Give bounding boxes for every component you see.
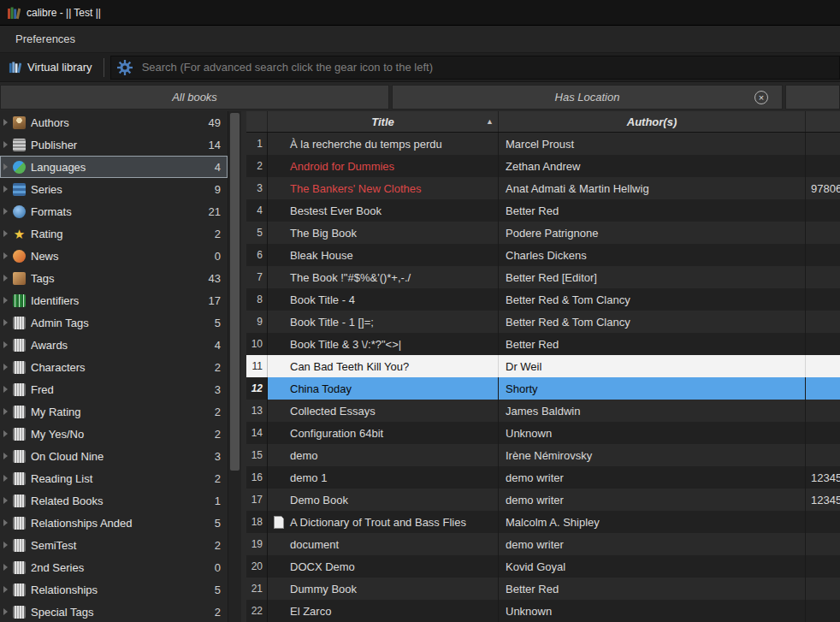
extra-cell[interactable] — [806, 311, 840, 333]
chevron-right-icon[interactable] — [3, 252, 8, 259]
close-icon[interactable]: × — [754, 91, 768, 104]
extra-cell[interactable] — [806, 511, 840, 533]
chevron-right-icon[interactable] — [3, 408, 8, 415]
table-row[interactable]: 3 The Bankers' New Clothes Anat Admati &… — [246, 177, 840, 199]
chevron-right-icon[interactable] — [3, 319, 8, 326]
sidebar-item-rating[interactable]: Rating 2 — [0, 222, 228, 245]
search-input[interactable] — [140, 60, 839, 74]
extra-cell[interactable] — [806, 266, 840, 288]
title-cell[interactable]: À la recherche du temps perdu — [268, 133, 499, 155]
chevron-right-icon[interactable] — [3, 386, 8, 393]
sidebar-item-reading-list[interactable]: Reading List 2 — [0, 467, 228, 489]
sidebar-item-news[interactable]: News 0 — [0, 245, 228, 267]
chevron-right-icon[interactable] — [3, 208, 8, 215]
extra-cell[interactable]: 12345 — [806, 489, 840, 511]
title-cell[interactable]: Book Title - 4 — [268, 288, 499, 311]
chevron-right-icon[interactable] — [3, 364, 8, 370]
extra-cell[interactable] — [806, 578, 840, 600]
authors-cell[interactable]: Malcolm A. Shipley — [499, 511, 806, 533]
extra-cell[interactable] — [806, 288, 840, 311]
title-cell[interactable]: Book Title & 3 \/:*?"<>| — [268, 333, 499, 355]
chevron-right-icon[interactable] — [3, 453, 8, 459]
title-cell[interactable]: The Book !"#$%&'()*+,-./ — [268, 266, 499, 288]
authors-cell[interactable]: Zethan Andrew — [499, 155, 806, 177]
title-cell[interactable]: Bleak House — [268, 244, 499, 266]
authors-cell[interactable]: Better Red — [499, 333, 806, 355]
extra-cell[interactable] — [806, 333, 840, 355]
sidebar-item-authors[interactable]: Authors 49 — [0, 111, 228, 133]
title-cell[interactable]: A Dictionary of Trout and Bass Flies — [268, 511, 499, 533]
authors-cell[interactable]: Kovid Goyal — [499, 555, 806, 578]
table-row[interactable]: 10 Book Title & 3 \/:*?"<>| Better Red — [246, 333, 840, 355]
table-row[interactable]: 9 Book Title - 1 []=; Better Red & Tom C… — [246, 311, 840, 333]
title-cell[interactable]: The Big Book — [268, 222, 499, 244]
table-row[interactable]: 4 Bestest Ever Book Better Red — [246, 199, 840, 222]
title-cell[interactable]: DOCX Demo — [268, 555, 499, 578]
title-cell[interactable]: demo 1 — [268, 466, 499, 489]
authors-cell[interactable]: Better Red — [499, 578, 806, 600]
table-row[interactable]: 7 The Book !"#$%&'()*+,-./ Better Red [E… — [246, 266, 840, 288]
extra-cell[interactable] — [806, 555, 840, 578]
title-cell[interactable]: Book Title - 1 []=; — [268, 311, 499, 333]
sidebar-item-publisher[interactable]: Publisher 14 — [0, 133, 228, 156]
authors-cell[interactable]: James Baldwin — [499, 400, 806, 422]
table-row[interactable]: 18 A Dictionary of Trout and Bass Flies … — [246, 511, 840, 533]
title-cell[interactable]: Configuration 64bit — [268, 422, 499, 444]
table-row[interactable]: 5 The Big Book Podere Patrignone — [246, 222, 840, 244]
extra-cell[interactable] — [806, 355, 840, 377]
table-row[interactable]: 14 Configuration 64bit Unknown — [246, 422, 840, 444]
sidebar-item-languages[interactable]: Languages 4 — [0, 156, 228, 178]
chevron-right-icon[interactable] — [3, 475, 8, 482]
table-row[interactable]: 22 El Zarco Unknown — [246, 600, 840, 622]
tab-has-location[interactable]: Has Location × — [392, 85, 783, 110]
authors-cell[interactable]: Unknown — [499, 600, 806, 622]
authors-cell[interactable]: Shorty — [499, 377, 806, 400]
sidebar-item-tags[interactable]: Tags 43 — [0, 267, 228, 289]
chevron-right-icon[interactable] — [3, 608, 8, 615]
chevron-right-icon[interactable] — [3, 542, 8, 548]
chevron-right-icon[interactable] — [3, 275, 8, 281]
table-row[interactable]: 12 China Today Shorty — [246, 377, 840, 400]
sidebar-item-series[interactable]: Series 9 — [0, 178, 228, 200]
extra-cell[interactable] — [806, 377, 840, 400]
chevron-right-icon[interactable] — [3, 341, 8, 348]
title-cell[interactable]: China Today — [268, 377, 499, 400]
column-header-authors[interactable]: Author(s) — [499, 111, 806, 132]
column-header-title[interactable]: Title ▲ — [268, 111, 499, 132]
table-row[interactable]: 21 Dummy Book Better Red — [246, 578, 840, 600]
sidebar-item-identifiers[interactable]: Identifiers 17 — [0, 289, 228, 311]
title-cell[interactable]: document — [268, 533, 499, 555]
column-header-extra[interactable] — [806, 111, 840, 132]
table-row[interactable]: 15 demo Irène Némirovsky — [246, 444, 840, 466]
extra-cell[interactable] — [806, 199, 840, 222]
tab-all-books[interactable]: All books — [0, 85, 389, 110]
title-cell[interactable]: Bestest Ever Book — [268, 199, 499, 222]
chevron-right-icon[interactable] — [3, 163, 8, 170]
sidebar-item-my-yes-no[interactable]: My Yes/No 2 — [0, 423, 228, 445]
sidebar-item-relationships-anded[interactable]: Relationships Anded 5 — [0, 512, 228, 534]
sidebar-item-on-cloud-nine[interactable]: On Cloud Nine 3 — [0, 445, 228, 467]
authors-cell[interactable]: Anat Admati & Martin Hellwig — [499, 177, 806, 199]
chevron-right-icon[interactable] — [3, 586, 8, 593]
title-cell[interactable]: Demo Book — [268, 489, 499, 511]
extra-cell[interactable] — [806, 400, 840, 422]
sidebar-item-semitest[interactable]: SemiTest 2 — [0, 534, 228, 556]
extra-cell[interactable] — [806, 155, 840, 177]
table-row[interactable]: 2 Android for Dummies Zethan Andrew — [246, 155, 840, 177]
table-row[interactable]: 11 Can Bad Teeth Kill You? Dr Weil — [246, 355, 840, 377]
authors-cell[interactable]: Irène Némirovsky — [499, 444, 806, 466]
extra-cell[interactable] — [806, 600, 840, 622]
sidebar-item-fred[interactable]: Fred 3 — [0, 378, 228, 400]
sidebar-scrollbar[interactable] — [228, 111, 241, 622]
title-cell[interactable]: The Bankers' New Clothes — [268, 177, 499, 199]
title-cell[interactable]: demo — [268, 444, 499, 466]
title-cell[interactable]: Android for Dummies — [268, 155, 499, 177]
sidebar-item-related-books[interactable]: Related Books 1 — [0, 489, 228, 512]
authors-cell[interactable]: demo writer — [499, 489, 806, 511]
title-cell[interactable]: El Zarco — [268, 600, 499, 622]
table-row[interactable]: 20 DOCX Demo Kovid Goyal — [246, 555, 840, 578]
sidebar-item-my-rating[interactable]: My Rating 2 — [0, 400, 228, 423]
chevron-right-icon[interactable] — [3, 519, 8, 526]
chevron-right-icon[interactable] — [3, 497, 8, 504]
table-row[interactable]: 13 Collected Essays James Baldwin — [246, 400, 840, 422]
